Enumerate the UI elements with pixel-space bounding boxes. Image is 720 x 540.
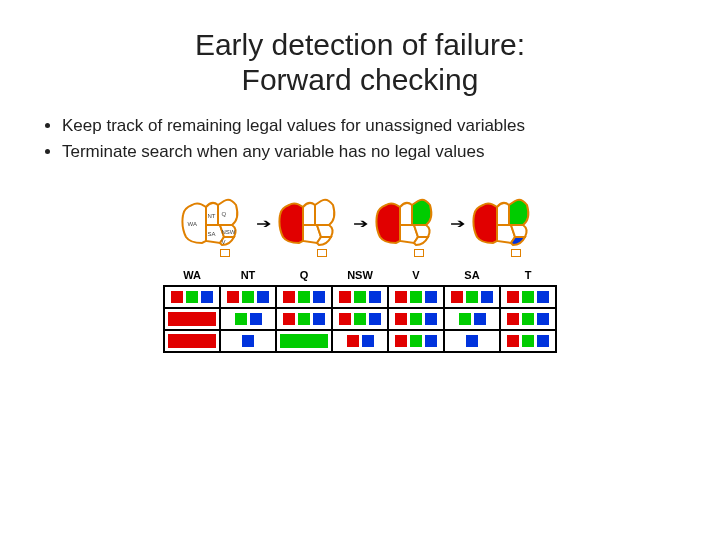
color-chip-b [466,335,478,347]
map-label-WA: WA [188,221,197,227]
color-chip-r [395,335,407,347]
color-chip-r [395,313,407,325]
cell-V-row2 [388,330,444,352]
color-chip-g [298,291,310,303]
color-chip-b [369,291,381,303]
table-row [164,286,556,308]
color-chip-r [283,291,295,303]
color-chip-b [242,335,254,347]
header-V: V [388,267,444,286]
cell-V-row0 [388,286,444,308]
color-chip-b [369,313,381,325]
header-Q: Q [276,267,332,286]
color-chip-g [354,291,366,303]
color-chip-b [425,335,437,347]
australia-map [277,193,347,255]
arrow-right-icon: ➔ [450,216,465,231]
domain-table: WANTQNSWVSAT [163,267,557,353]
color-chip-r [171,291,183,303]
color-chip-g [235,313,247,325]
color-chip-b [257,291,269,303]
cell-SA-row2 [444,330,500,352]
header-NT: NT [220,267,276,286]
cell-Q-row0 [276,286,332,308]
table-row [164,308,556,330]
cell-T-row0 [500,286,556,308]
color-chip-b [481,291,493,303]
color-chip-b [537,291,549,303]
color-chip-g [354,313,366,325]
map-label-SA: SA [208,231,216,237]
color-chip-g [410,313,422,325]
color-chip-r_fill [168,334,216,348]
cell-NSW-row1 [332,308,388,330]
title-line-2: Forward checking [242,63,479,96]
color-chip-r [507,335,519,347]
map-label-Q: Q [222,211,227,217]
color-chip-b [313,291,325,303]
australia-map [471,193,541,255]
tasmania-icon [414,249,424,257]
color-chip-b [201,291,213,303]
cell-NT-row1 [220,308,276,330]
color-chip-b [425,291,437,303]
map-label-NSW: NSW [222,229,236,235]
color-chip-g [298,313,310,325]
color-chip-r [395,291,407,303]
cell-WA-row2 [164,330,220,352]
cell-NSW-row0 [332,286,388,308]
color-chip-r [283,313,295,325]
title-line-1: Early detection of failure: [195,28,525,61]
australia-map [374,193,444,255]
header-SA: SA [444,267,500,286]
cell-T-row1 [500,308,556,330]
color-chip-g [466,291,478,303]
arrow-right-icon: ➔ [256,216,271,231]
cell-WA-row0 [164,286,220,308]
color-chip-r [227,291,239,303]
color-chip-g [186,291,198,303]
color-chip-r [339,291,351,303]
cell-Q-row2 [276,330,332,352]
cell-WA-row1 [164,308,220,330]
color-chip-b [537,335,549,347]
map-label-NT: NT [208,213,216,219]
cell-V-row1 [388,308,444,330]
cell-NT-row2 [220,330,276,352]
map-label-V: V [222,239,226,245]
cell-NSW-row2 [332,330,388,352]
color-chip-b [474,313,486,325]
color-chip-r [451,291,463,303]
arrow-right-icon: ➔ [353,216,368,231]
header-NSW: NSW [332,267,388,286]
header-WA: WA [164,267,220,286]
australia-map: WANTQSANSWV [180,193,250,255]
color-chip-r [347,335,359,347]
cell-NT-row0 [220,286,276,308]
maps-row: WANTQSANSWV➔ ➔ ➔ [40,193,680,255]
bullet-list: Keep track of remaining legal values for… [40,115,680,163]
color-chip-r_fill [168,312,216,326]
cell-Q-row1 [276,308,332,330]
bullet-item: Keep track of remaining legal values for… [62,115,680,137]
bullet-item: Terminate search when any variable has n… [62,141,680,163]
header-T: T [500,267,556,286]
table-row [164,330,556,352]
color-chip-b [250,313,262,325]
color-chip-g [410,335,422,347]
color-chip-b [313,313,325,325]
tasmania-icon [511,249,521,257]
color-chip-b [425,313,437,325]
color-chip-r [339,313,351,325]
cell-T-row2 [500,330,556,352]
color-chip-g [242,291,254,303]
color-chip-r [507,291,519,303]
cell-SA-row1 [444,308,500,330]
tasmania-icon [220,249,230,257]
cell-SA-row0 [444,286,500,308]
color-chip-b [537,313,549,325]
color-chip-b [362,335,374,347]
color-chip-g [522,313,534,325]
color-chip-g [522,335,534,347]
color-chip-r [507,313,519,325]
